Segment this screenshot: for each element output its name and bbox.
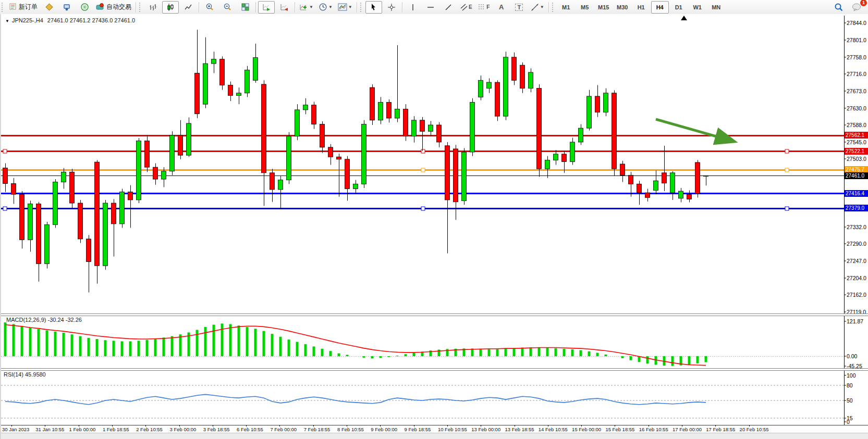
candle <box>395 45 400 122</box>
line-handle[interactable] <box>421 149 425 153</box>
candle <box>203 37 208 108</box>
time-axis-tick <box>447 425 448 427</box>
candle <box>287 132 291 184</box>
candle <box>36 202 41 282</box>
signals-button[interactable] <box>76 1 93 14</box>
cursor-button[interactable] <box>365 1 382 14</box>
line-handle[interactable] <box>421 168 425 172</box>
candle <box>337 154 341 197</box>
time-axis-label: 8 Feb 10:55 <box>337 427 364 432</box>
text-tool-icon: A <box>499 3 504 11</box>
timeframe-button-h4[interactable]: H4 <box>651 1 669 14</box>
timeframe-button-h1[interactable]: H1 <box>632 1 650 14</box>
candle <box>637 181 642 205</box>
line-handle[interactable] <box>785 168 789 172</box>
new-order-button[interactable]: 新订单 <box>7 1 40 14</box>
timeframe-button-w1[interactable]: W1 <box>689 1 706 14</box>
line-handle[interactable] <box>785 149 789 153</box>
horizontal-line-icon <box>426 4 435 11</box>
rsi-axis-tick: 0 <box>847 419 850 425</box>
zoom-out-button[interactable] <box>219 1 236 14</box>
time-axis-label: 30 Jan 2023 <box>2 427 29 432</box>
candle <box>295 104 300 140</box>
auto-scroll-icon <box>262 3 271 11</box>
text-button[interactable]: A <box>493 1 510 14</box>
zoom-in-button[interactable] <box>201 1 218 14</box>
candlestick-chart-button[interactable] <box>162 1 179 14</box>
candle <box>504 52 508 120</box>
time-axis-tick <box>615 425 615 427</box>
chart-window[interactable]: ▼JPN225-,H427461.0 27461.2 27436.0 27461… <box>0 14 868 439</box>
collapse-icon[interactable]: ▼ <box>5 19 9 23</box>
candle <box>145 135 150 172</box>
auto-trading-icon <box>96 3 104 12</box>
market-watch-button[interactable] <box>41 1 57 14</box>
time-axis-tick <box>581 425 582 427</box>
bar-chart-button[interactable] <box>144 1 161 14</box>
candle <box>353 180 358 194</box>
rsi-axis-tick: 80 <box>847 382 853 388</box>
line-handle[interactable] <box>3 207 7 210</box>
time-axis[interactable]: 30 Jan 202331 Jan 10:551 Feb 00:001 Feb … <box>1 425 868 433</box>
candles-group <box>3 30 708 292</box>
search-button[interactable] <box>830 1 847 14</box>
panel-divider[interactable] <box>1 368 868 371</box>
templates-button[interactable]: ▼ <box>336 1 354 14</box>
auto-scroll-button[interactable] <box>258 1 275 14</box>
candle <box>512 53 517 85</box>
notifications-button[interactable]: 1 <box>848 1 865 14</box>
price-axis-tick: 27716.0 <box>847 71 866 77</box>
chart-plot[interactable] <box>1 14 868 439</box>
trendline-button[interactable] <box>440 1 457 14</box>
macd-label: MACD(12,26,9) -30.24 -32.26 <box>6 317 82 323</box>
candle <box>278 176 283 209</box>
timeframe-button-m1[interactable]: M1 <box>557 1 575 14</box>
line-handle[interactable] <box>421 207 425 210</box>
time-axis-label: 13 Feb 18:55 <box>505 427 534 432</box>
timeframe-button-mn[interactable]: MN <box>707 1 725 14</box>
time-axis-label: 3 Feb 18:55 <box>203 427 230 432</box>
arrows-button[interactable]: ▼ <box>529 1 546 14</box>
timeframe-button-m30[interactable]: M30 <box>614 1 631 14</box>
indicators-button[interactable]: ▼ <box>297 1 315 14</box>
text-label-button[interactable]: T <box>511 1 528 14</box>
line-handle[interactable] <box>3 149 7 153</box>
template-icon <box>338 3 347 11</box>
candle <box>687 191 692 203</box>
timeframe-button-m5[interactable]: M5 <box>576 1 594 14</box>
panel-divider[interactable] <box>1 313 868 316</box>
timeframe-button-d1[interactable]: D1 <box>670 1 688 14</box>
line-handle[interactable] <box>785 207 789 210</box>
rsi-value: 45.9580 <box>25 371 46 378</box>
bar-chart-icon <box>149 3 157 11</box>
line-chart-button[interactable] <box>180 1 197 14</box>
time-axis-label: 20 Feb 10:55 <box>740 427 769 432</box>
data-window-button[interactable] <box>58 1 75 14</box>
shift-chart-button[interactable] <box>276 1 292 14</box>
trend-arrow-annotation[interactable] <box>656 119 733 141</box>
candle <box>20 191 25 248</box>
periods-button[interactable]: ▼ <box>316 1 335 14</box>
equidistant-channel-button[interactable]: E <box>458 1 474 14</box>
vertical-line-button[interactable] <box>405 1 421 14</box>
time-axis-tick <box>548 425 548 427</box>
fibonacci-button[interactable]: F <box>475 1 492 14</box>
fibonacci-icon <box>478 3 486 11</box>
candle <box>429 121 433 136</box>
price-axis-tick: 27204.0 <box>847 275 866 281</box>
tile-windows-button[interactable] <box>237 1 253 14</box>
timeframe-button-m15[interactable]: M15 <box>595 1 613 14</box>
time-axis-tick <box>347 425 347 427</box>
candle <box>312 102 316 129</box>
chevron-down-icon: ▼ <box>540 5 544 9</box>
horizontal-line-button[interactable] <box>422 1 439 14</box>
price-axis-tick: 27630.0 <box>847 105 866 111</box>
crosshair-button[interactable] <box>383 1 400 14</box>
time-axis-tick <box>380 425 381 427</box>
candle <box>212 52 216 73</box>
candle <box>170 131 175 175</box>
rsi-label: RSI(14) 45.9580 <box>4 371 46 378</box>
time-axis-tick <box>213 425 213 427</box>
time-axis-label: 15 Feb 00:00 <box>572 427 601 432</box>
auto-trading-button[interactable]: 自动交易 <box>94 1 133 14</box>
